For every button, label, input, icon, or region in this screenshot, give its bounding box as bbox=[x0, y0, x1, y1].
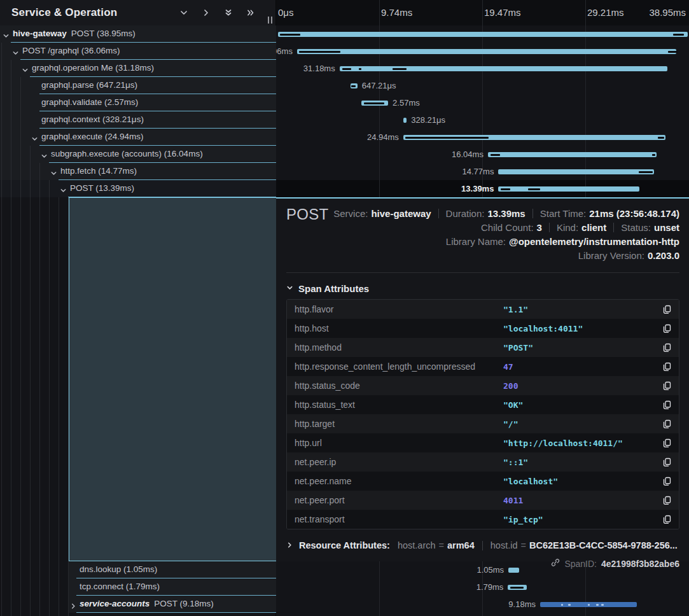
span-label: POST /graphql (36.06ms) bbox=[22, 43, 120, 59]
span-timeline-row[interactable]: 13.39ms bbox=[276, 180, 689, 197]
span-bar[interactable] bbox=[498, 169, 653, 174]
copy-icon[interactable] bbox=[657, 515, 671, 524]
span-tree-row[interactable]: dns.lookup (1.05ms) bbox=[69, 561, 276, 578]
span-tree-row[interactable]: service-accountsPOST (9.18ms) bbox=[69, 596, 276, 613]
child-span-mark bbox=[299, 51, 340, 53]
span-timeline-row[interactable]: 647.21μs bbox=[276, 77, 689, 94]
link-icon[interactable] bbox=[551, 558, 560, 569]
child-span-mark bbox=[568, 604, 571, 606]
child-span-mark bbox=[364, 102, 384, 104]
attribute-value: "http://localhost:4011/" bbox=[503, 438, 657, 448]
collapse-all-icon[interactable] bbox=[224, 8, 233, 17]
span-label: graphql.operation Me (31.18ms) bbox=[32, 60, 154, 76]
span-timeline-row[interactable]: 16.04ms bbox=[276, 146, 689, 163]
span-tree-row[interactable]: hive-gatewayPOST (38.95ms) bbox=[0, 25, 276, 43]
span-tree-row[interactable]: graphql.validate (2.57ms) bbox=[0, 94, 276, 111]
service-name: service-accounts bbox=[80, 599, 150, 608]
span-tree-row[interactable]: graphql.execute (24.94ms) bbox=[0, 129, 276, 146]
collapse-one-icon[interactable] bbox=[179, 8, 188, 17]
copy-icon[interactable] bbox=[657, 496, 671, 505]
span-tree-row[interactable]: tcp.connect (1.79ms) bbox=[69, 578, 276, 596]
span-duration-label: 1.79ms bbox=[477, 578, 504, 596]
expand-all-icon[interactable] bbox=[246, 8, 255, 17]
meta-value: unset bbox=[654, 222, 679, 233]
span-tree-row[interactable]: graphql.context (328.21μs) bbox=[0, 111, 276, 129]
child-span-mark bbox=[342, 68, 351, 70]
meta-separator bbox=[438, 209, 439, 218]
indent-guides bbox=[0, 180, 51, 197]
span-timeline-row[interactable]: 1.79ms bbox=[276, 578, 689, 596]
span-tree-row[interactable]: POST (13.39ms) bbox=[0, 180, 276, 197]
attribute-key: http.target bbox=[295, 419, 503, 429]
child-span-mark bbox=[528, 188, 541, 190]
chevron-down-icon[interactable] bbox=[60, 185, 67, 192]
span-meta-line: Library Name:@opentelemetry/instrumentat… bbox=[329, 234, 679, 248]
copy-icon[interactable] bbox=[657, 362, 671, 372]
span-tree-row[interactable]: graphql.parse (647.21μs) bbox=[0, 77, 276, 94]
chevron-down-icon[interactable] bbox=[12, 48, 19, 55]
span-tree-row[interactable]: subgraph.execute (accounts) (16.04ms) bbox=[0, 146, 276, 163]
timeline-rows-bottom: 1.05ms1.79ms9.18ms bbox=[276, 561, 689, 616]
child-span-mark bbox=[405, 137, 489, 139]
span-tree-row[interactable]: POST /graphql (36.06ms) bbox=[0, 43, 276, 60]
attribute-row: http.status_code200 bbox=[287, 376, 679, 395]
operation-name: graphql.operation Me (31.18ms) bbox=[32, 63, 154, 73]
span-timeline-row[interactable]: 9.18ms bbox=[276, 596, 689, 613]
span-title: POST bbox=[286, 206, 329, 223]
meta-value: client bbox=[581, 222, 606, 233]
copy-icon[interactable] bbox=[657, 324, 671, 333]
child-span-mark bbox=[601, 604, 604, 606]
meta-value: 21ms (23:56:48.174) bbox=[589, 208, 679, 219]
copy-icon[interactable] bbox=[657, 400, 671, 410]
copy-icon[interactable] bbox=[657, 381, 671, 391]
chevron-right-icon[interactable] bbox=[70, 601, 77, 608]
span-timeline-row[interactable]: 31.18ms bbox=[276, 60, 689, 77]
span-tree-row[interactable]: graphql.operation Me (31.18ms) bbox=[0, 60, 276, 77]
attribute-key: http.status_text bbox=[295, 400, 503, 410]
span-bar[interactable] bbox=[498, 186, 639, 192]
axis-tick-label: 19.47ms bbox=[484, 0, 521, 25]
span-timeline-row[interactable]: 38.95ms bbox=[276, 25, 689, 43]
span-label: graphql.parse (647.21μs) bbox=[41, 77, 137, 94]
span-timeline-row[interactable]: 2.57ms bbox=[276, 94, 689, 111]
span-duration-label: 13.39ms bbox=[461, 180, 494, 197]
span-bar[interactable] bbox=[297, 49, 676, 54]
chevron-down-icon[interactable] bbox=[3, 31, 10, 38]
span-timeline-row[interactable]: 24.94ms bbox=[276, 129, 689, 146]
chevron-down-icon[interactable] bbox=[50, 168, 57, 175]
span-attributes-table: http.flavor"1.1"http.host"localhost:4011… bbox=[286, 299, 679, 529]
resource-attributes-toggle[interactable]: Resource Attributes: host.arch=arm64host… bbox=[286, 540, 679, 550]
panel-resize-grip[interactable] bbox=[268, 17, 272, 24]
chevron-down-icon[interactable] bbox=[22, 65, 29, 72]
span-bar[interactable] bbox=[278, 32, 688, 37]
span-bar[interactable] bbox=[403, 118, 407, 123]
attribute-value: "localhost" bbox=[503, 477, 657, 486]
span-duration-label: 36.06ms bbox=[276, 43, 293, 60]
operation-name: http.fetch (14.77ms) bbox=[60, 166, 137, 176]
tree-rows-bottom: dns.lookup (1.05ms)tcp.connect (1.79ms)s… bbox=[69, 561, 276, 616]
span-timeline-row[interactable]: 14.77ms bbox=[276, 163, 689, 180]
chevron-down-icon[interactable] bbox=[31, 134, 38, 141]
tree-rows-top: hive-gatewayPOST (38.95ms)POST /graphql … bbox=[0, 25, 276, 197]
copy-icon[interactable] bbox=[657, 305, 671, 314]
span-timeline-row[interactable]: 328.21μs bbox=[276, 111, 689, 129]
span-bar[interactable] bbox=[488, 152, 657, 157]
chevron-down-icon[interactable] bbox=[41, 151, 48, 158]
attribute-value: 47 bbox=[503, 362, 657, 372]
copy-icon[interactable] bbox=[657, 419, 671, 429]
meta-label: Service: bbox=[333, 208, 368, 219]
copy-icon[interactable] bbox=[657, 458, 671, 467]
span-attributes-toggle[interactable]: Span Attributes bbox=[286, 281, 679, 296]
span-label: dns.lookup (1.05ms) bbox=[80, 561, 157, 578]
child-span-mark bbox=[652, 154, 655, 156]
span-tree-row[interactable]: http.fetch (14.77ms) bbox=[0, 163, 276, 180]
span-duration-label: 24.94ms bbox=[367, 129, 399, 146]
expand-one-icon[interactable] bbox=[202, 8, 211, 17]
span-label: tcp.connect (1.79ms) bbox=[80, 578, 160, 595]
copy-icon[interactable] bbox=[657, 438, 671, 448]
span-timeline-row[interactable]: 36.06ms bbox=[276, 43, 689, 60]
copy-icon[interactable] bbox=[657, 477, 671, 486]
span-bar[interactable] bbox=[340, 66, 668, 71]
meta-label: Library Name: bbox=[446, 236, 506, 247]
copy-icon[interactable] bbox=[657, 343, 671, 353]
